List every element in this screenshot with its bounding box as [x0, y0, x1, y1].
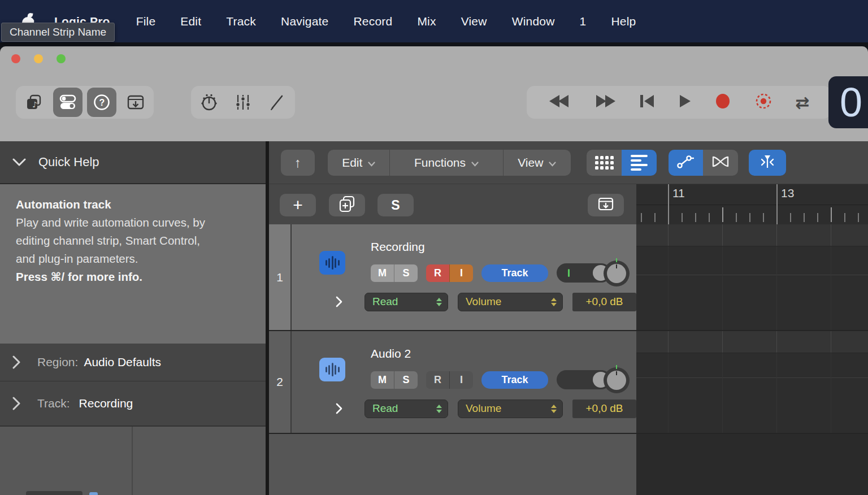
tray-download-icon	[597, 197, 614, 214]
automation-mode-select[interactable]: Read	[364, 293, 448, 311]
editor-toolbar: ↑ Edit Functions View	[269, 141, 868, 184]
channel-strip-icon	[89, 492, 98, 495]
automation-mode-select[interactable]: Read	[364, 400, 448, 418]
track-header[interactable]: Audio 2 M S R I Track	[292, 331, 636, 433]
pan-knob[interactable]	[604, 259, 631, 286]
region-strip[interactable]	[636, 224, 868, 246]
automation-enable-toggle[interactable]	[557, 370, 611, 389]
minimize-button[interactable]	[34, 54, 43, 63]
record-enable-button[interactable]: R	[426, 264, 449, 282]
quick-help-text: Play and write automation curves, by edi…	[16, 214, 255, 268]
automation-parameter-select[interactable]: Volume	[458, 293, 563, 311]
automation-value-field[interactable]: +0,0 dB	[572, 293, 636, 311]
menu-window-number[interactable]: 1	[580, 15, 587, 28]
track-name[interactable]: Recording	[371, 240, 425, 254]
library-button[interactable]: ♪	[19, 88, 49, 117]
menu-track[interactable]: Track	[226, 15, 256, 28]
mixer-button[interactable]	[228, 88, 258, 117]
grid-view-button[interactable]	[587, 150, 622, 176]
edit-menu[interactable]: Edit	[328, 150, 389, 176]
main-toolbar: ♪ ?	[0, 46, 868, 141]
input-monitor-button[interactable]: I	[449, 371, 473, 389]
pan-knob[interactable]	[604, 366, 631, 393]
skip-to-start-button[interactable]	[639, 94, 655, 111]
functions-menu-label: Functions	[414, 156, 466, 170]
region-label: Region:	[37, 355, 78, 369]
close-button[interactable]	[11, 54, 20, 63]
region-value: Audio Defaults	[84, 355, 161, 369]
pencil-icon	[268, 93, 286, 111]
bar-ruler[interactable]: 11 13	[636, 184, 868, 224]
track-name[interactable]: Audio 2	[371, 347, 411, 361]
menu-window[interactable]: Window	[512, 15, 555, 28]
track-number[interactable]: 2	[269, 331, 292, 433]
quick-help-title: Quick Help	[38, 155, 99, 170]
track-header[interactable]: Recording M S R I Track	[292, 224, 636, 330]
disclosure-chevron-icon[interactable]	[336, 296, 342, 307]
automation-target-button[interactable]: Track	[481, 371, 548, 389]
catch-playhead-button[interactable]	[749, 150, 786, 176]
automation-parameter-select[interactable]: Volume	[458, 400, 563, 418]
record-button[interactable]	[714, 93, 731, 112]
functions-menu[interactable]: Functions	[389, 150, 502, 176]
solo-button[interactable]: S	[394, 264, 418, 282]
region-strip[interactable]	[636, 331, 868, 353]
go-up-button[interactable]: ↑	[281, 150, 315, 176]
inspector-toggle-button[interactable]	[53, 88, 83, 117]
menu-view[interactable]: View	[461, 15, 487, 28]
hide-tracks-button[interactable]	[588, 194, 624, 216]
track-header-toolbar: + S	[269, 184, 636, 225]
input-monitor-button[interactable]: I	[449, 264, 473, 282]
svg-text:?: ?	[99, 98, 105, 107]
menu-file[interactable]: File	[136, 15, 156, 28]
channel-strip-setting-button[interactable]	[26, 491, 83, 495]
solo-tracks-button[interactable]: S	[377, 194, 414, 216]
pencil-button[interactable]	[262, 88, 292, 117]
mute-button[interactable]: M	[371, 264, 394, 282]
bar-line	[668, 184, 669, 224]
chevron-right-icon	[12, 355, 20, 369]
disclosure-chevron-icon[interactable]	[336, 403, 342, 414]
fast-forward-button[interactable]	[594, 94, 617, 111]
midi-draw-button[interactable]	[703, 150, 738, 176]
lcd-display[interactable]: 0	[828, 76, 868, 128]
automation-target-button[interactable]: Track	[481, 264, 548, 282]
record-enable-button[interactable]: R	[426, 371, 449, 389]
solo-button[interactable]: S	[394, 371, 418, 389]
duplicate-track-button[interactable]	[329, 194, 365, 216]
skip-to-start-icon	[639, 94, 655, 111]
track-number[interactable]: 1	[269, 224, 292, 330]
menu-record[interactable]: Record	[354, 15, 393, 28]
automation-parameter-value: Volume	[466, 402, 501, 415]
cycle-button[interactable]: ⇄	[796, 93, 810, 112]
logic-window: ♪ ?	[0, 46, 868, 495]
bowtie-icon	[711, 155, 730, 171]
mute-button[interactable]: M	[371, 371, 394, 389]
track-value: Recording	[79, 397, 133, 410]
toolbar-show-button[interactable]	[121, 88, 150, 117]
menu-navigate[interactable]: Navigate	[281, 15, 328, 28]
menu-mix[interactable]: Mix	[417, 15, 436, 28]
add-track-button[interactable]: +	[280, 194, 316, 216]
region-inspector-row[interactable]: Region: Audio Defaults	[0, 344, 266, 381]
play-button[interactable]	[678, 94, 692, 111]
tools-button-group	[191, 86, 295, 119]
automation-curves-button[interactable]	[669, 150, 703, 176]
lcd-position-value: 0	[840, 82, 862, 123]
track-inspector-row[interactable]: Track: Recording	[0, 381, 266, 427]
zoom-button[interactable]	[57, 54, 66, 63]
menu-help[interactable]: Help	[611, 15, 636, 28]
tuner-button[interactable]	[194, 88, 224, 117]
quick-help-button[interactable]: ?	[87, 88, 116, 117]
cycle-icon: ⇄	[796, 93, 810, 112]
view-menu[interactable]: View	[503, 150, 571, 176]
track-view-button[interactable]	[622, 150, 657, 176]
quick-help-header[interactable]: Quick Help	[0, 141, 266, 184]
automation-enable-toggle[interactable]	[557, 263, 611, 283]
menu-edit[interactable]: Edit	[180, 15, 201, 28]
grid-icon	[595, 156, 614, 170]
automation-value-field[interactable]: +0,0 dB	[572, 400, 636, 418]
rewind-icon	[548, 94, 571, 111]
capture-record-button[interactable]	[754, 92, 772, 112]
rewind-button[interactable]	[548, 94, 571, 111]
